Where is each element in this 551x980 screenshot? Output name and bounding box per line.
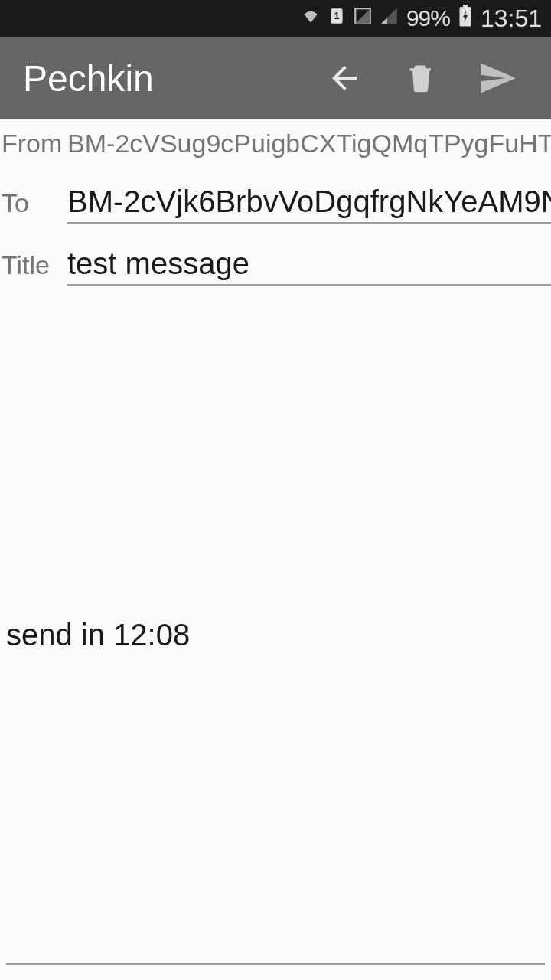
status-clock: 13:51: [481, 5, 542, 33]
delete-button[interactable]: [383, 40, 459, 116]
back-button[interactable]: [306, 40, 383, 116]
to-input[interactable]: BM-2cVjk6BrbvVoDgqfrgNkYeAM9N4sf: [67, 180, 551, 224]
wifi-icon: [301, 5, 321, 31]
svg-rect-4: [463, 5, 468, 7]
to-row: To BM-2cVjk6BrbvVoDgqfrgNkYeAM9N4sf: [0, 172, 551, 234]
battery-percentage: 99%: [406, 5, 450, 31]
body-text[interactable]: send in 12:08: [6, 296, 545, 652]
signal-icon: [379, 5, 399, 31]
title-input[interactable]: test message: [67, 242, 551, 286]
battery-charging-icon: [458, 5, 473, 33]
from-label: From: [0, 129, 67, 158]
from-value[interactable]: BM-2cVSug9cPuigbCXTigQMqTPygFuHTC8XUN: [67, 129, 551, 158]
title-row: Title test message: [0, 234, 551, 296]
status-bar: 1 99% 13:51: [0, 0, 551, 37]
body-underline: [6, 963, 545, 965]
body-area[interactable]: send in 12:08: [0, 296, 551, 980]
status-icons: 1: [301, 5, 399, 31]
title-label: Title: [0, 250, 67, 280]
svg-text:1: 1: [334, 10, 339, 21]
from-row: From BM-2cVSug9cPuigbCXTigQMqTPygFuHTC8X…: [0, 119, 551, 172]
app-title: Pechkin: [23, 57, 306, 100]
signal-box-icon: [353, 5, 373, 31]
action-bar: Pechkin: [0, 37, 551, 119]
compose-form: From BM-2cVSug9cPuigbCXTigQMqTPygFuHTC8X…: [0, 119, 551, 980]
to-label: To: [0, 188, 67, 218]
sim-icon: 1: [327, 5, 347, 31]
send-button[interactable]: [459, 40, 536, 116]
